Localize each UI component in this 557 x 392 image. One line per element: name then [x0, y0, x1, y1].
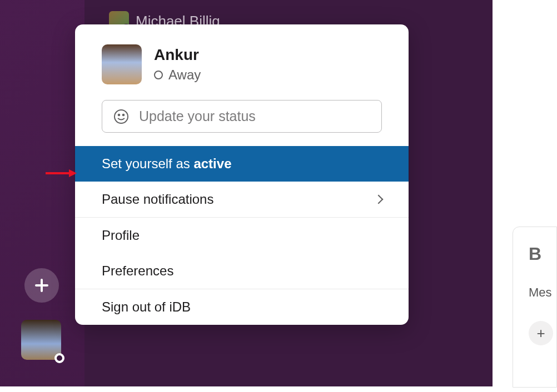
svg-rect-1 — [35, 284, 48, 287]
svg-point-2 — [115, 110, 128, 123]
popup-status-line: Away — [154, 67, 201, 83]
chevron-right-icon — [374, 195, 384, 204]
profile-menu-item[interactable]: Profile — [75, 218, 409, 253]
away-status-icon — [154, 71, 163, 79]
popup-status-text: Away — [168, 67, 201, 83]
current-user-status-dot — [54, 353, 64, 363]
current-user-avatar[interactable] — [21, 320, 61, 360]
profile-label: Profile — [102, 228, 140, 243]
svg-point-3 — [118, 114, 120, 115]
message-compose-pane: B Mes + — [513, 227, 557, 388]
update-status-input[interactable]: Update your status — [102, 100, 382, 133]
sign-out-label: Sign out of iDB — [102, 299, 191, 315]
message-input-label[interactable]: Mes — [529, 285, 556, 300]
add-attachment-button[interactable]: + — [529, 321, 553, 345]
compose-button[interactable] — [24, 268, 59, 303]
sign-out-menu-item[interactable]: Sign out of iDB — [75, 289, 409, 325]
set-active-prefix: Set yourself as — [102, 156, 193, 171]
user-menu-popup: Ankur Away Update your status Set yourse… — [75, 24, 409, 325]
popup-user-name: Ankur — [154, 46, 201, 64]
plus-icon — [33, 277, 50, 294]
popup-user-avatar — [102, 44, 142, 84]
svg-point-4 — [123, 114, 125, 115]
pause-notifications-menu-item[interactable]: Pause notifications — [75, 182, 409, 217]
bold-format-icon[interactable]: B — [529, 244, 556, 264]
preferences-label: Preferences — [102, 263, 173, 279]
set-active-bold: active — [193, 156, 231, 171]
preferences-menu-item[interactable]: Preferences — [75, 253, 409, 289]
pause-notifications-label: Pause notifications — [102, 192, 213, 207]
smiley-icon — [113, 109, 129, 124]
set-active-menu-item[interactable]: Set yourself as active — [75, 146, 409, 182]
status-placeholder: Update your status — [139, 108, 256, 124]
popup-header: Ankur Away — [75, 24, 409, 100]
